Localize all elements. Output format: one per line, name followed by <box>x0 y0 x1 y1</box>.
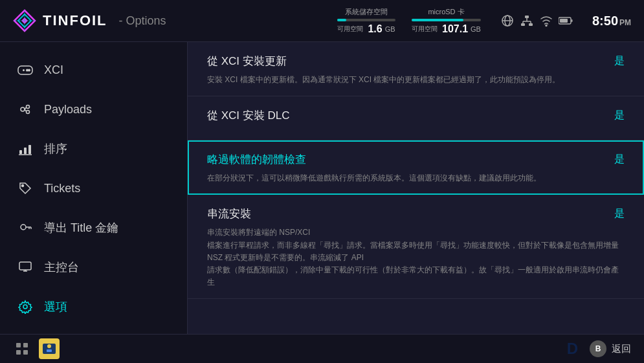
game-icon <box>39 338 60 359</box>
wifi-icon <box>539 14 553 28</box>
option-stream-install-header: 串流安裝 是 <box>207 206 625 221</box>
option-xci-update-value: 是 <box>614 54 625 68</box>
option-xci-update[interactable]: 從 XCI 安裝更新 是 安裝 XCI 檔案中的更新檔。因為通常狀況下 XCI … <box>188 42 644 96</box>
header-icons <box>500 14 573 28</box>
footer-left <box>13 338 60 359</box>
monitor-icon <box>16 258 34 276</box>
svg-rect-31 <box>28 145 31 154</box>
option-stream-install-desc: 串流安裝將對遠端的 NSP/XCI 檔案進行單程請求，而非多線程「尋找」請求。當… <box>207 226 625 289</box>
option-stream-install-title: 串流安裝 <box>207 206 251 221</box>
option-xci-dlc-value: 是 <box>614 109 625 122</box>
option-xci-dlc-title: 從 XCI 安裝 DLC <box>207 108 290 123</box>
time-display: 8:50PM <box>592 14 631 28</box>
sd-storage-unit: GB <box>471 25 481 33</box>
option-skip-fw-title: 略過軟體的韌體檢查 <box>207 152 306 167</box>
svg-point-22 <box>27 69 28 71</box>
svg-point-24 <box>21 107 25 111</box>
option-xci-update-title: 從 XCI 安裝更新 <box>207 54 287 69</box>
svg-point-34 <box>21 225 26 230</box>
option-stream-install-value: 是 <box>614 207 625 221</box>
sys-avail-label: 可用空間 <box>337 25 363 34</box>
header-right: 系統儲存空間 可用空間 1.6 GB microSD 卡 可用空間 10 <box>337 7 631 35</box>
sidebar-item-tickets[interactable]: Tickets <box>0 170 187 206</box>
svg-rect-18 <box>560 19 568 23</box>
footer: D B 返回 <box>0 334 644 363</box>
sidebar-item-xci[interactable]: XCI <box>0 52 187 88</box>
sys-storage-label: 系統儲存空間 <box>345 7 388 17</box>
main-layout: XCI Payloads <box>0 42 644 334</box>
sys-storage-bar <box>337 19 346 21</box>
svg-rect-8 <box>525 16 529 18</box>
svg-rect-38 <box>19 262 31 270</box>
option-xci-dlc-header: 從 XCI 安裝 DLC 是 <box>207 108 625 123</box>
logo-icon <box>13 9 36 32</box>
svg-rect-43 <box>23 343 28 347</box>
footer-grid-icon[interactable] <box>13 340 31 358</box>
sys-storage: 系統儲存空間 可用空間 1.6 GB <box>337 7 395 35</box>
back-btn-icon: B <box>590 340 606 357</box>
svg-rect-9 <box>521 23 525 26</box>
option-skip-fw-header: 略過軟體的韌體檢查 是 <box>207 152 625 167</box>
svg-rect-49 <box>47 349 52 352</box>
svg-rect-17 <box>571 19 572 22</box>
svg-line-27 <box>25 107 27 109</box>
key-icon <box>16 219 34 237</box>
back-button[interactable]: B 返回 <box>590 340 631 357</box>
svg-point-26 <box>27 111 30 114</box>
watermark: D <box>567 340 580 358</box>
storage-info: 系統儲存空間 可用空間 1.6 GB microSD 卡 可用空間 10 <box>337 7 481 35</box>
sidebar-options-label: 選項 <box>44 299 67 314</box>
svg-point-41 <box>23 305 27 309</box>
sd-storage: microSD 卡 可用空間 107.1 GB <box>412 7 481 35</box>
svg-rect-29 <box>19 150 22 154</box>
option-stream-install[interactable]: 串流安裝 是 串流安裝將對遠端的 NSP/XCI 檔案進行單程請求，而非多線程「… <box>188 195 644 299</box>
gamepad-icon <box>16 61 34 79</box>
tag-icon <box>16 179 34 197</box>
sd-storage-value: 107.1 <box>442 23 468 35</box>
svg-line-28 <box>25 109 27 111</box>
sd-storage-bar <box>412 19 463 21</box>
content-area: 從 XCI 安裝更新 是 安裝 XCI 檔案中的更新檔。因為通常狀況下 XCI … <box>188 42 644 334</box>
option-skip-fw-desc: 在部分狀況下，這可以稍微降低遊戲執行所需的系統版本。這個選項沒有缺點，建議啟用此… <box>207 172 625 184</box>
time-value: 8:50 <box>592 14 618 28</box>
sidebar-sort-label: 排序 <box>44 141 67 157</box>
svg-rect-42 <box>16 343 21 347</box>
sys-storage-bar-bg <box>337 19 395 21</box>
sidebar-item-payloads[interactable]: Payloads <box>0 91 187 127</box>
settings-icon <box>16 298 34 316</box>
option-xci-dlc[interactable]: 從 XCI 安裝 DLC 是 <box>188 96 644 140</box>
sidebar-item-console[interactable]: 主控台 <box>0 249 187 285</box>
sd-avail-label: 可用空間 <box>412 25 438 34</box>
gear-multi-icon <box>16 100 34 118</box>
svg-point-15 <box>546 25 547 27</box>
sidebar-item-options[interactable]: 選項 <box>0 289 187 325</box>
sd-storage-bar-bg <box>412 19 481 21</box>
sidebar-item-sort[interactable]: 排序 <box>0 131 187 167</box>
sidebar: XCI Payloads <box>0 42 188 334</box>
chart-icon <box>16 140 34 158</box>
page-subtitle: - Options <box>119 14 166 28</box>
sd-storage-label: microSD 卡 <box>428 7 464 17</box>
sidebar-export-label: 導出 Title 金鑰 <box>44 220 118 236</box>
svg-rect-45 <box>23 350 28 355</box>
sidebar-tickets-label: Tickets <box>44 182 80 195</box>
svg-point-25 <box>27 105 30 109</box>
battery-icon <box>559 14 573 28</box>
svg-rect-44 <box>16 350 21 355</box>
logo-area: TINFOIL - Options <box>13 9 166 32</box>
globe-icon <box>500 14 515 28</box>
svg-point-48 <box>47 344 51 348</box>
sys-storage-value-row: 可用空間 1.6 GB <box>337 23 395 35</box>
option-skip-fw-value: 是 <box>614 153 625 166</box>
option-xci-update-header: 從 XCI 安裝更新 是 <box>207 54 625 69</box>
option-skip-fw[interactable]: 略過軟體的韌體檢查 是 在部分狀況下，這可以稍微降低遊戲執行所需的系統版本。這個… <box>188 140 644 195</box>
svg-rect-30 <box>24 148 27 154</box>
back-btn-label: 返回 <box>612 343 631 355</box>
sys-storage-unit: GB <box>385 25 395 33</box>
time-ampm: PM <box>619 18 631 27</box>
footer-right: D B 返回 <box>567 340 631 358</box>
sidebar-payloads-label: Payloads <box>44 103 92 116</box>
svg-point-33 <box>22 185 24 187</box>
sidebar-item-export[interactable]: 導出 Title 金鑰 <box>0 210 187 246</box>
sidebar-console-label: 主控台 <box>44 259 79 275</box>
